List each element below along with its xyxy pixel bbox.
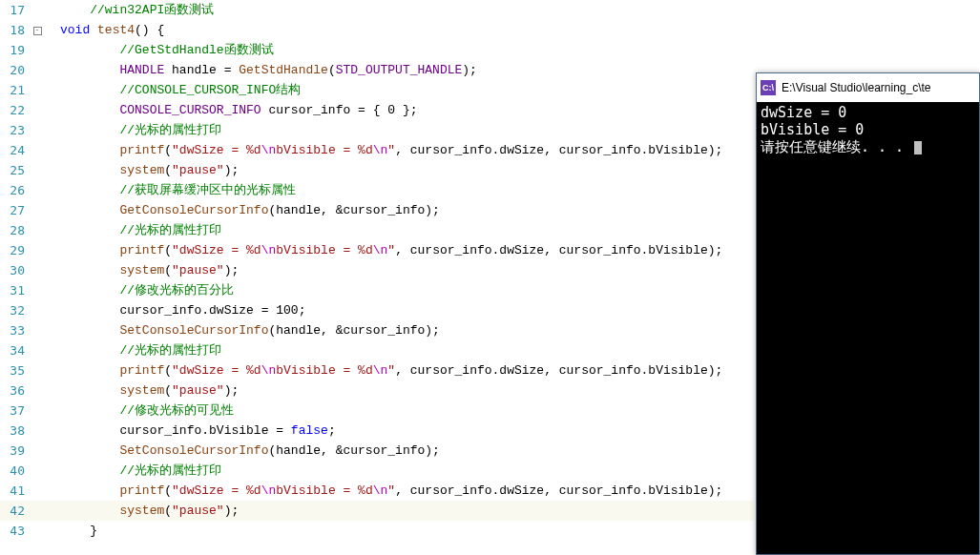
code-text[interactable]: HANDLE handle = GetStdHandle(STD_OUTPUT_… [58,60,754,80]
code-text[interactable]: //win32API函数测试 [58,0,754,20]
code-line[interactable]: 22 CONSOLE_CURSOR_INFO cursor_info = { 0… [0,100,754,120]
code-text[interactable]: } [58,521,754,541]
fold-collapse-icon[interactable]: - [33,27,42,35]
line-number: 27 [0,200,31,220]
line-number: 33 [0,320,31,340]
code-block: 17 //win32API函数测试18-void test4() {19 //G… [0,0,754,541]
code-text[interactable]: //光标的属性打印 [58,340,754,360]
code-text[interactable]: //光标的属性打印 [58,220,754,240]
code-line[interactable]: 20 HANDLE handle = GetStdHandle(STD_OUTP… [0,60,754,80]
line-number: 22 [0,100,31,120]
line-number: 21 [0,80,31,100]
code-text[interactable]: printf("dwSize = %d\nbVisible = %d\n", c… [58,240,754,260]
code-text[interactable]: printf("dwSize = %d\nbVisible = %d\n", c… [58,360,754,380]
line-number: 31 [0,280,31,300]
console-line: 请按任意键继续. . . [761,138,975,155]
code-line[interactable]: 27 GetConsoleCursorInfo(handle, &cursor_… [0,200,754,220]
code-line[interactable]: 32 cursor_info.dwSize = 100; [0,300,754,320]
code-text[interactable]: printf("dwSize = %d\nbVisible = %d\n", c… [58,481,754,501]
code-line[interactable]: 31 //修改光标的百分比 [0,280,754,300]
console-title: E:\Visual Studio\learning_c\te [782,81,931,94]
line-number: 25 [0,160,31,180]
code-line[interactable]: 30 system("pause"); [0,260,754,280]
line-number: 39 [0,441,31,461]
code-text[interactable]: GetConsoleCursorInfo(handle, &cursor_inf… [58,200,754,220]
code-line[interactable]: 23 //光标的属性打印 [0,120,754,140]
code-line[interactable]: 29 printf("dwSize = %d\nbVisible = %d\n"… [0,240,754,260]
code-line[interactable]: 35 printf("dwSize = %d\nbVisible = %d\n"… [0,360,754,380]
code-line[interactable]: 17 //win32API函数测试 [0,0,754,20]
console-titlebar[interactable]: C:\ E:\Visual Studio\learning_c\te [757,73,979,102]
line-number: 30 [0,260,31,280]
code-text[interactable]: //获取屏幕缓冲区中的光标属性 [58,180,754,200]
line-number: 43 [0,521,31,541]
line-number: 36 [0,380,31,401]
code-text[interactable]: void test4() { [58,20,754,40]
code-text[interactable]: system("pause"); [58,160,754,180]
code-line[interactable]: 43 } [0,521,754,541]
code-text[interactable]: cursor_info.bVisible = false; [58,421,754,441]
console-line: dwSize = 0 [761,104,975,121]
code-line[interactable]: 38 cursor_info.bVisible = false; [0,421,754,441]
line-number: 26 [0,180,31,200]
code-line[interactable]: 21 //CONSOLE_CURSOR_INFO结构 [0,80,754,100]
console-line: bVisible = 0 [761,121,975,138]
code-text[interactable]: cursor_info.dwSize = 100; [58,300,754,320]
code-line[interactable]: 42 system("pause"); [0,501,754,521]
code-text[interactable]: system("pause"); [58,380,754,401]
code-line[interactable]: 26 //获取屏幕缓冲区中的光标属性 [0,180,754,200]
console-output: dwSize = 0 bVisible = 0 请按任意键继续. . . [757,102,979,157]
cursor-block-icon [914,141,922,154]
code-text[interactable]: //修改光标的百分比 [58,280,754,300]
line-number: 37 [0,401,31,421]
line-number: 24 [0,140,31,160]
line-number: 40 [0,461,31,481]
code-line[interactable]: 24 printf("dwSize = %d\nbVisible = %d\n"… [0,140,754,160]
line-number: 38 [0,421,31,441]
code-line[interactable]: 18-void test4() { [0,20,754,40]
code-line[interactable]: 37 //修改光标的可见性 [0,401,754,421]
fold-gutter[interactable]: - [31,20,44,40]
code-line[interactable]: 33 SetConsoleCursorInfo(handle, &cursor_… [0,320,754,340]
code-text[interactable]: //GetStdHandle函数测试 [58,40,754,60]
code-text[interactable]: //光标的属性打印 [58,461,754,481]
code-line[interactable]: 25 system("pause"); [0,160,754,180]
code-line[interactable]: 34 //光标的属性打印 [0,340,754,360]
code-text[interactable]: system("pause"); [58,501,754,521]
line-number: 34 [0,340,31,360]
code-line[interactable]: 28 //光标的属性打印 [0,220,754,240]
line-number: 41 [0,481,31,501]
code-line[interactable]: 19 //GetStdHandle函数测试 [0,40,754,60]
line-number: 23 [0,120,31,140]
console-window[interactable]: C:\ E:\Visual Studio\learning_c\te dwSiz… [756,72,980,555]
code-text[interactable]: CONSOLE_CURSOR_INFO cursor_info = { 0 }; [58,100,754,120]
code-line[interactable]: 41 printf("dwSize = %d\nbVisible = %d\n"… [0,481,754,501]
console-app-icon: C:\ [761,80,776,95]
code-text[interactable]: //修改光标的可见性 [58,401,754,421]
line-number: 20 [0,60,31,80]
code-text[interactable]: system("pause"); [58,260,754,280]
line-number: 17 [0,0,31,20]
line-number: 32 [0,300,31,320]
line-number: 35 [0,360,31,380]
code-line[interactable]: 36 system("pause"); [0,380,754,401]
code-editor[interactable]: 17 //win32API函数测试18-void test4() {19 //G… [0,0,754,555]
code-text[interactable]: SetConsoleCursorInfo(handle, &cursor_inf… [58,320,754,340]
code-text[interactable]: //CONSOLE_CURSOR_INFO结构 [58,80,754,100]
line-number: 19 [0,40,31,60]
code-text[interactable]: //光标的属性打印 [58,120,754,140]
code-text[interactable]: SetConsoleCursorInfo(handle, &cursor_inf… [58,441,754,461]
line-number: 18 [0,20,31,40]
line-number: 28 [0,220,31,240]
line-number: 42 [0,501,31,521]
code-line[interactable]: 40 //光标的属性打印 [0,461,754,481]
code-text[interactable]: printf("dwSize = %d\nbVisible = %d\n", c… [58,140,754,160]
code-line[interactable]: 39 SetConsoleCursorInfo(handle, &cursor_… [0,441,754,461]
line-number: 29 [0,240,31,260]
